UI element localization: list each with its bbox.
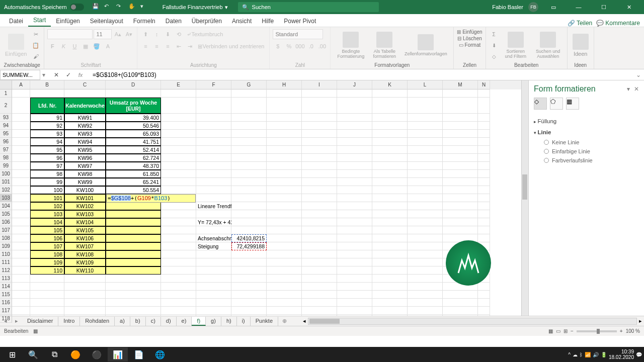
cell-J94[interactable] [337, 122, 372, 130]
cell-E94[interactable] [161, 122, 196, 130]
cell-H117[interactable] [267, 307, 302, 315]
bold-icon[interactable]: F [47, 41, 57, 51]
cell-A107[interactable] [12, 226, 30, 234]
undo-icon[interactable]: ↶ [104, 3, 112, 11]
minimize-icon[interactable]: — [569, 0, 589, 14]
clear-icon[interactable]: ◇ [489, 51, 499, 61]
tab-nav-prev[interactable]: ◂ [0, 318, 11, 324]
cell-L109[interactable] [408, 242, 443, 250]
cell-F114[interactable] [196, 283, 231, 291]
increase-decimal-icon[interactable]: .0 [306, 41, 316, 51]
zoom-out-icon[interactable]: − [571, 328, 574, 334]
cell-L104[interactable] [408, 202, 443, 210]
tab-data[interactable]: Daten [160, 16, 187, 27]
search-box[interactable]: 🔍 Suchen [238, 2, 379, 12]
cell-N101[interactable] [478, 178, 490, 186]
cell-K110[interactable] [372, 250, 408, 258]
cell-K112[interactable] [372, 266, 408, 275]
cell-L117[interactable] [408, 307, 443, 315]
cell-D94[interactable]: 50.546 [106, 122, 161, 130]
cell-I104[interactable] [302, 202, 337, 210]
cell-D108[interactable] [106, 234, 161, 242]
cell-J107[interactable] [337, 226, 372, 234]
border-icon[interactable]: ▦ [80, 41, 91, 51]
cell-F97[interactable] [196, 146, 231, 154]
cell-N117[interactable] [478, 307, 490, 315]
view-pagebreak-icon[interactable]: ⊞ [564, 328, 568, 334]
cell-L115[interactable] [408, 291, 443, 299]
cell-H108[interactable] [267, 234, 302, 242]
cell-F100[interactable] [196, 170, 231, 178]
cell-H118[interactable] [267, 315, 302, 316]
cell-G115[interactable] [231, 291, 267, 299]
cell-M115[interactable] [443, 291, 478, 299]
cell-D97[interactable]: 52.414 [106, 146, 161, 154]
row-header[interactable]: 99 [0, 162, 12, 170]
cell-N98[interactable] [478, 154, 490, 162]
cell-E105[interactable] [161, 210, 196, 218]
cell-J113[interactable] [337, 275, 372, 283]
cell-L2[interactable] [408, 98, 443, 114]
cell-L95[interactable] [408, 130, 443, 138]
cell-E107[interactable] [161, 226, 196, 234]
cell-I97[interactable] [302, 146, 337, 154]
cell-D98[interactable]: 62.724 [106, 154, 161, 162]
cell-L112[interactable] [408, 266, 443, 275]
row-header[interactable]: 94 [0, 122, 12, 130]
cell-K97[interactable] [372, 146, 408, 154]
row-header[interactable]: 106 [0, 218, 12, 226]
cell-L102[interactable] [408, 186, 443, 194]
effects-tab-icon[interactable]: ⬠ [550, 98, 563, 110]
cell-D107[interactable] [106, 226, 161, 234]
row-header[interactable]: 103 [0, 194, 12, 202]
cell-E1[interactable] [161, 89, 196, 98]
cell-C103[interactable]: KW101 [64, 194, 106, 202]
col-header-N[interactable]: N [478, 80, 490, 89]
start-button[interactable]: ⊞ [2, 347, 22, 361]
cell-M2[interactable] [443, 98, 478, 114]
cell-N104[interactable] [478, 202, 490, 210]
cell-H100[interactable] [267, 170, 302, 178]
comments-button[interactable]: 💬 Kommentare [596, 20, 640, 27]
cell-C99[interactable]: KW97 [64, 162, 106, 170]
fill-line-tab-icon[interactable]: ◇ [534, 98, 547, 110]
cell-F102[interactable] [196, 186, 231, 194]
cell-D2[interactable]: Umsatz pro Woche [EUR] [106, 98, 161, 114]
format-as-table-button[interactable]: Als Tabelle formatieren [370, 31, 399, 60]
col-header-L[interactable]: L [408, 80, 443, 89]
cell-M105[interactable] [443, 210, 478, 218]
cell-K108[interactable] [372, 234, 408, 242]
paste-button[interactable]: Einfügen [3, 33, 29, 58]
cell-G104[interactable] [231, 202, 267, 210]
sheet-tab-Punkte[interactable]: Punkte [251, 317, 278, 326]
cell-F118[interactable] [196, 315, 231, 316]
row-header[interactable]: 112 [0, 266, 12, 275]
cell-K115[interactable] [372, 291, 408, 299]
cell-D103[interactable]: =$G$108+(G109*B103) [106, 194, 161, 202]
cell-H107[interactable] [267, 226, 302, 234]
cell-N1[interactable] [478, 89, 490, 98]
cell-M116[interactable] [443, 299, 478, 307]
cell-J102[interactable] [337, 186, 372, 194]
cell-C95[interactable]: KW93 [64, 130, 106, 138]
cell-D111[interactable] [106, 258, 161, 266]
cell-J111[interactable] [337, 258, 372, 266]
taskview-icon[interactable]: ⧉ [44, 347, 64, 361]
cell-L96[interactable] [408, 138, 443, 146]
cell-I1[interactable] [302, 89, 337, 98]
align-top-icon[interactable]: ⬆ [140, 29, 150, 39]
cell-I114[interactable] [302, 283, 337, 291]
user-avatar[interactable]: FB [528, 2, 538, 12]
cell-H109[interactable] [267, 242, 302, 250]
cell-I117[interactable] [302, 307, 337, 315]
cell-C96[interactable]: KW94 [64, 138, 106, 146]
conditional-formatting-button[interactable]: Bedingte Formatierung [334, 31, 368, 60]
cell-E97[interactable] [161, 146, 196, 154]
tab-nav-next[interactable]: ▸ [11, 318, 22, 324]
cell-L93[interactable] [408, 114, 443, 122]
cell-F107[interactable] [196, 226, 231, 234]
cell-H102[interactable] [267, 186, 302, 194]
cell-E102[interactable] [161, 186, 196, 194]
cell-G105[interactable] [231, 210, 267, 218]
col-header-A[interactable]: A [12, 80, 30, 89]
